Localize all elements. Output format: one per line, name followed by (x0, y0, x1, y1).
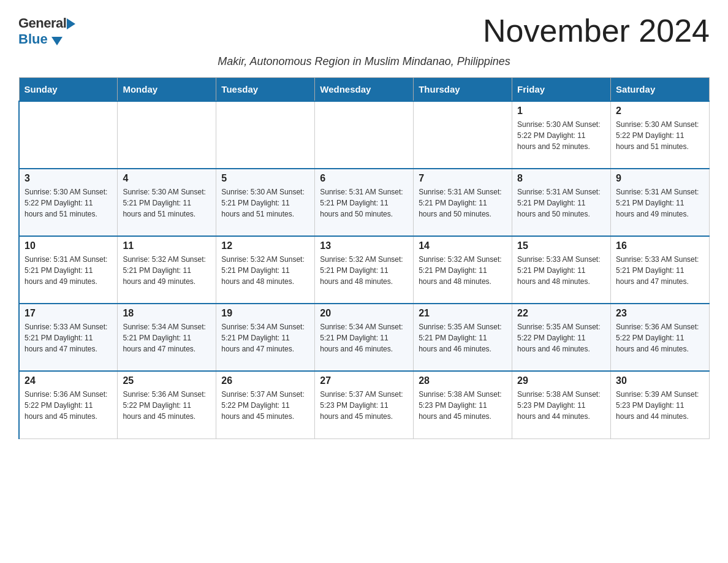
day-number: 3 (25, 173, 112, 184)
week-row-4: 17Sunrise: 5:33 AM Sunset: 5:21 PM Dayli… (19, 304, 710, 371)
calendar-cell: 12Sunrise: 5:32 AM Sunset: 5:21 PM Dayli… (216, 236, 315, 304)
calendar-cell: 18Sunrise: 5:34 AM Sunset: 5:21 PM Dayli… (118, 304, 216, 371)
day-info: Sunrise: 5:33 AM Sunset: 5:21 PM Dayligh… (616, 254, 704, 287)
day-number: 23 (616, 308, 704, 319)
week-row-2: 3Sunrise: 5:30 AM Sunset: 5:22 PM Daylig… (19, 169, 710, 236)
day-info: Sunrise: 5:32 AM Sunset: 5:21 PM Dayligh… (320, 254, 408, 287)
day-number: 8 (517, 173, 605, 184)
calendar-cell (414, 101, 512, 169)
calendar-cell: 6Sunrise: 5:31 AM Sunset: 5:21 PM Daylig… (315, 169, 414, 236)
calendar-cell (118, 101, 216, 169)
calendar-cell: 15Sunrise: 5:33 AM Sunset: 5:21 PM Dayli… (512, 236, 611, 304)
calendar-cell (216, 101, 315, 169)
day-number: 4 (123, 173, 211, 184)
day-info: Sunrise: 5:32 AM Sunset: 5:21 PM Dayligh… (123, 254, 211, 287)
calendar-cell: 21Sunrise: 5:35 AM Sunset: 5:21 PM Dayli… (414, 304, 512, 371)
calendar-cell: 14Sunrise: 5:32 AM Sunset: 5:21 PM Dayli… (414, 236, 512, 304)
header: General Blue November 2024 (18, 12, 710, 49)
day-number: 27 (320, 375, 408, 386)
calendar-cell: 17Sunrise: 5:33 AM Sunset: 5:21 PM Dayli… (19, 304, 118, 371)
day-info: Sunrise: 5:37 AM Sunset: 5:22 PM Dayligh… (221, 389, 309, 422)
calendar-cell: 26Sunrise: 5:37 AM Sunset: 5:22 PM Dayli… (216, 371, 315, 439)
weekday-header-row: SundayMondayTuesdayWednesdayThursdayFrid… (19, 78, 710, 102)
calendar-cell: 27Sunrise: 5:37 AM Sunset: 5:23 PM Dayli… (315, 371, 414, 439)
day-number: 13 (320, 240, 408, 251)
day-info: Sunrise: 5:35 AM Sunset: 5:22 PM Dayligh… (517, 321, 605, 354)
weekday-header-saturday: Saturday (611, 78, 710, 102)
day-number: 22 (517, 308, 605, 319)
day-number: 30 (616, 375, 704, 386)
day-number: 26 (221, 375, 309, 386)
day-number: 2 (616, 105, 704, 117)
day-info: Sunrise: 5:33 AM Sunset: 5:21 PM Dayligh… (25, 321, 112, 354)
day-info: Sunrise: 5:31 AM Sunset: 5:21 PM Dayligh… (419, 186, 507, 220)
calendar: SundayMondayTuesdayWednesdayThursdayFrid… (18, 77, 710, 439)
week-row-5: 24Sunrise: 5:36 AM Sunset: 5:22 PM Dayli… (19, 371, 710, 439)
week-row-1: 1Sunrise: 5:30 AM Sunset: 5:22 PM Daylig… (19, 101, 710, 169)
day-info: Sunrise: 5:30 AM Sunset: 5:22 PM Dayligh… (25, 186, 112, 220)
calendar-cell: 24Sunrise: 5:36 AM Sunset: 5:22 PM Dayli… (19, 371, 118, 439)
calendar-cell: 3Sunrise: 5:30 AM Sunset: 5:22 PM Daylig… (19, 169, 118, 236)
calendar-cell (19, 101, 118, 169)
day-number: 25 (123, 375, 211, 386)
calendar-cell: 20Sunrise: 5:34 AM Sunset: 5:21 PM Dayli… (315, 304, 414, 371)
day-number: 9 (616, 173, 704, 184)
calendar-cell: 22Sunrise: 5:35 AM Sunset: 5:22 PM Dayli… (512, 304, 611, 371)
day-info: Sunrise: 5:34 AM Sunset: 5:21 PM Dayligh… (221, 321, 309, 354)
day-info: Sunrise: 5:33 AM Sunset: 5:21 PM Dayligh… (517, 254, 605, 287)
weekday-header-friday: Friday (512, 78, 611, 102)
day-info: Sunrise: 5:35 AM Sunset: 5:21 PM Dayligh… (419, 321, 507, 354)
day-info: Sunrise: 5:34 AM Sunset: 5:21 PM Dayligh… (123, 321, 211, 354)
calendar-cell: 10Sunrise: 5:31 AM Sunset: 5:21 PM Dayli… (19, 236, 118, 304)
day-number: 21 (419, 308, 507, 319)
calendar-cell: 4Sunrise: 5:30 AM Sunset: 5:21 PM Daylig… (118, 169, 216, 236)
weekday-header-thursday: Thursday (414, 78, 512, 102)
day-info: Sunrise: 5:34 AM Sunset: 5:21 PM Dayligh… (320, 321, 408, 354)
calendar-cell: 16Sunrise: 5:33 AM Sunset: 5:21 PM Dayli… (611, 236, 710, 304)
day-number: 28 (419, 375, 507, 386)
day-number: 29 (517, 375, 605, 386)
day-info: Sunrise: 5:38 AM Sunset: 5:23 PM Dayligh… (419, 389, 507, 422)
day-number: 18 (123, 308, 211, 319)
calendar-cell: 30Sunrise: 5:39 AM Sunset: 5:23 PM Dayli… (611, 371, 710, 439)
calendar-cell: 19Sunrise: 5:34 AM Sunset: 5:21 PM Dayli… (216, 304, 315, 371)
day-number: 10 (25, 240, 112, 251)
calendar-cell: 7Sunrise: 5:31 AM Sunset: 5:21 PM Daylig… (414, 169, 512, 236)
weekday-header-monday: Monday (118, 78, 216, 102)
day-number: 1 (517, 105, 605, 117)
logo-blue-text: Blue (18, 31, 63, 47)
day-info: Sunrise: 5:30 AM Sunset: 5:21 PM Dayligh… (123, 186, 211, 220)
calendar-cell: 28Sunrise: 5:38 AM Sunset: 5:23 PM Dayli… (414, 371, 512, 439)
weekday-header-wednesday: Wednesday (315, 78, 414, 102)
day-number: 15 (517, 240, 605, 251)
day-number: 19 (221, 308, 309, 319)
day-info: Sunrise: 5:38 AM Sunset: 5:23 PM Dayligh… (517, 389, 605, 422)
weekday-header-tuesday: Tuesday (216, 78, 315, 102)
day-info: Sunrise: 5:31 AM Sunset: 5:21 PM Dayligh… (616, 186, 704, 220)
day-info: Sunrise: 5:31 AM Sunset: 5:21 PM Dayligh… (25, 254, 112, 287)
day-number: 11 (123, 240, 211, 251)
calendar-cell: 29Sunrise: 5:38 AM Sunset: 5:23 PM Dayli… (512, 371, 611, 439)
day-info: Sunrise: 5:31 AM Sunset: 5:21 PM Dayligh… (320, 186, 408, 220)
day-number: 5 (221, 173, 309, 184)
calendar-cell: 2Sunrise: 5:30 AM Sunset: 5:22 PM Daylig… (611, 101, 710, 169)
calendar-cell: 25Sunrise: 5:36 AM Sunset: 5:22 PM Dayli… (118, 371, 216, 439)
calendar-cell: 13Sunrise: 5:32 AM Sunset: 5:21 PM Dayli… (315, 236, 414, 304)
day-info: Sunrise: 5:39 AM Sunset: 5:23 PM Dayligh… (616, 389, 704, 422)
day-number: 7 (419, 173, 507, 184)
day-info: Sunrise: 5:36 AM Sunset: 5:22 PM Dayligh… (616, 321, 704, 354)
day-number: 6 (320, 173, 408, 184)
week-row-3: 10Sunrise: 5:31 AM Sunset: 5:21 PM Dayli… (19, 236, 710, 304)
day-info: Sunrise: 5:32 AM Sunset: 5:21 PM Dayligh… (221, 254, 309, 287)
day-info: Sunrise: 5:30 AM Sunset: 5:22 PM Dayligh… (517, 119, 605, 152)
day-info: Sunrise: 5:32 AM Sunset: 5:21 PM Dayligh… (419, 254, 507, 287)
day-info: Sunrise: 5:30 AM Sunset: 5:22 PM Dayligh… (616, 119, 704, 152)
logo: General Blue (18, 15, 75, 47)
weekday-header-sunday: Sunday (19, 78, 118, 102)
page-title: November 2024 (483, 12, 710, 49)
day-number: 12 (221, 240, 309, 251)
day-number: 17 (25, 308, 112, 319)
logo-general-text: General (18, 15, 75, 31)
day-info: Sunrise: 5:30 AM Sunset: 5:21 PM Dayligh… (221, 186, 309, 220)
day-info: Sunrise: 5:36 AM Sunset: 5:22 PM Dayligh… (25, 389, 112, 422)
